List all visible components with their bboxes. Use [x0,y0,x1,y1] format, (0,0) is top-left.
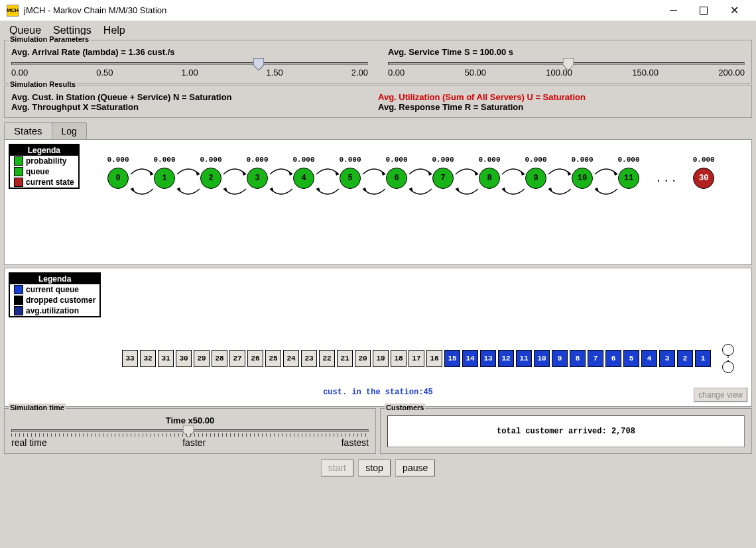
service-label: Avg. Service Time S = 100.00 s [388,47,745,57]
lambda-label: Avg. Arrival Rate (lambda) = 1.36 cust./… [11,47,368,57]
server-circle-icon [722,361,734,373]
menu-bar: Queue Settings Help [0,21,756,40]
lambda-thumb[interactable] [253,58,264,70]
state-node-7: 7 [432,168,454,189]
window-title: jMCH - Markov Chain M/M/30 Station [24,5,166,15]
state-node-5: 5 [340,168,361,189]
tab-log[interactable]: Log [52,122,87,139]
queue-cell: 29 [194,350,210,367]
close-button[interactable]: ✕ [719,1,749,21]
tabs: States Log [4,122,752,139]
avgutil-swatch [14,306,23,315]
state-node-11: 11 [618,168,639,189]
svg-marker-0 [253,58,264,70]
result-u: Avg. Utilization (Sum of All Servers) U … [378,92,745,102]
queue-cell: 23 [301,350,317,367]
queue-cell: 15 [444,350,460,367]
queue-panel: Legenda current queue dropped customer a… [4,268,752,407]
state-node-30: 30 [693,168,714,189]
simulation-results: Simulation Results Avg. Cust. in Station… [4,85,752,118]
queue-cell: 16 [426,350,442,367]
queue-cell: 4 [641,350,657,367]
state-node-9: 9 [525,168,546,189]
queue-cell: 24 [283,350,299,367]
queue-cell: 1 [695,350,711,367]
queue-cell: 7 [588,350,603,367]
start-button[interactable]: start [321,459,353,476]
markov-chain: 0.00000.00010.00020.00030.00040.00050.00… [9,149,747,195]
change-view-button[interactable]: change view [694,388,747,402]
title-bar: MCH jMCH - Markov Chain M/M/30 Station ✕ [0,0,756,21]
currentqueue-swatch [14,285,23,294]
queue-cell: 33 [122,350,138,367]
states-panel: Legenda probability queue current state … [4,139,752,265]
minimize-button[interactable] [658,1,688,21]
customers: Customers total customer arrived: 2,708 [380,408,752,454]
state-node-1: 1 [154,168,175,189]
result-x: Avg. Throughput X =Saturation [11,102,378,112]
maximize-button[interactable] [688,1,719,21]
queue-cell: 25 [265,350,281,367]
queue-cell: 14 [462,350,478,367]
stop-button[interactable]: stop [358,459,390,476]
queue-cell: 6 [605,350,621,367]
state-node-4: 4 [293,168,314,189]
queue-cell: 19 [373,350,389,367]
queue-cell: 8 [570,350,586,367]
tab-states[interactable]: States [4,122,52,139]
queue-cell: 5 [623,350,639,367]
customers-total: total customer arrived: 2,708 [387,415,745,447]
simulation-time: Simulation time Time x50.00 real time fa… [4,408,376,454]
queue-cell: 30 [176,350,192,367]
control-buttons: start stop pause [0,454,756,482]
svg-marker-1 [563,58,574,70]
queue-cell: 2 [677,350,693,367]
queue-row: 3332313029282726252423222120191817161514… [9,317,747,373]
queue-cell: 11 [516,350,532,367]
queue-cell: 32 [140,350,156,367]
state-node-10: 10 [572,168,593,189]
queue-cell: 17 [409,350,424,367]
pause-button[interactable]: pause [395,459,435,476]
station-count: cust. in the station:45 [9,388,747,397]
state-node-8: 8 [479,168,500,189]
queue-cell: 20 [355,350,371,367]
service-slider[interactable] [388,62,745,65]
time-slider[interactable] [11,429,369,432]
queue-cell: 9 [552,350,568,367]
queue-cell: 18 [391,350,407,367]
result-r: Avg. Response Time R = Saturation [378,102,745,112]
params-legend: Simulation Parameters [9,35,90,43]
queue-cell: 22 [319,350,335,367]
queue-legend: Legenda current queue dropped customer a… [9,272,101,317]
queue-cell: 21 [337,350,353,367]
queue-cell: 27 [229,350,245,367]
queue-cell: 28 [212,350,227,367]
queue-cell: 3 [659,350,675,367]
service-thumb[interactable] [563,58,574,70]
simulation-parameters: Simulation Parameters Avg. Arrival Rate … [4,40,752,83]
time-mult: Time x50.00 [11,415,369,425]
dropped-swatch [14,296,23,305]
queue-cell: 13 [480,350,496,367]
queue-cell: 10 [534,350,550,367]
state-node-0: 0 [107,168,129,189]
lambda-slider[interactable] [11,62,368,65]
queue-cell: 26 [247,350,263,367]
queue-cell: 31 [158,350,174,367]
menu-help[interactable]: Help [103,25,125,36]
app-icon: MCH [7,5,19,17]
result-n: Avg. Cust. in Station (Queue + Service) … [11,92,378,102]
results-legend: Simulation Results [9,80,77,88]
state-node-2: 2 [200,168,221,189]
queue-cell: 12 [498,350,514,367]
state-node-6: 6 [386,168,407,189]
state-node-3: 3 [247,168,268,189]
